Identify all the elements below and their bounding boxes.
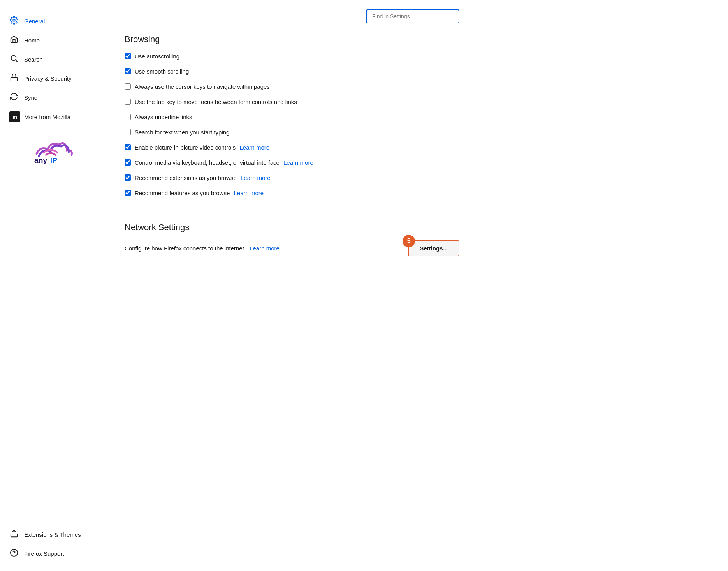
svg-rect-3 <box>11 77 18 81</box>
search-icon <box>9 54 19 65</box>
checkbox-ext-label: Recommend extensions as you browse Learn… <box>135 174 271 182</box>
sidebar-item-privacy-label: Privacy & Security <box>24 75 72 82</box>
checkbox-ext: Recommend extensions as you browse Learn… <box>125 174 459 182</box>
checkbox-pip: Enable picture-in-picture video controls… <box>125 143 459 152</box>
sidebar-bottom: Extensions & Themes Firefox Support <box>0 520 101 563</box>
sidebar-item-home-label: Home <box>24 37 40 44</box>
svg-text:any: any <box>34 156 47 164</box>
sidebar-top: General Home Search <box>0 12 101 520</box>
sidebar-item-mozilla-label: More from Mozilla <box>24 114 70 120</box>
checkbox-searchtype-label: Search for text when you start typing <box>135 128 229 136</box>
sidebar-item-extensions[interactable]: Extensions & Themes <box>0 525 101 544</box>
checkbox-cursor: Always use the cursor keys to navigate w… <box>125 83 459 91</box>
sidebar-item-search-label: Search <box>24 56 43 63</box>
checkbox-smooth-input[interactable] <box>125 68 131 74</box>
checkbox-tabkey: Use the tab key to move focus between fo… <box>125 98 459 106</box>
lock-icon <box>9 73 19 84</box>
search-bar-row <box>125 9 459 23</box>
mozilla-icon: m <box>9 111 19 122</box>
svg-text:IP: IP <box>50 156 57 164</box>
sidebar-item-mozilla[interactable]: m More from Mozilla <box>0 107 101 127</box>
checkbox-features-input[interactable] <box>125 190 131 196</box>
anyip-logo: any IP <box>0 127 101 175</box>
sidebar: General Home Search <box>0 0 101 571</box>
checkbox-pip-input[interactable] <box>125 144 131 150</box>
sidebar-item-support[interactable]: Firefox Support <box>0 544 101 563</box>
checkbox-ext-input[interactable] <box>125 174 131 181</box>
browsing-section: Browsing Use autoscrolling Use smooth sc… <box>125 34 459 197</box>
ext-learn-more-link[interactable]: Learn more <box>241 174 271 181</box>
checkbox-features-label: Recommend features as you browse Learn m… <box>135 189 264 197</box>
checkbox-searchtype-input[interactable] <box>125 129 131 135</box>
network-learn-more-link[interactable]: Learn more <box>250 245 280 252</box>
network-settings-row: Configure how Firefox connects to the in… <box>125 240 459 256</box>
checkbox-tabkey-label: Use the tab key to move focus between fo… <box>135 98 297 106</box>
extensions-icon <box>9 529 19 540</box>
sidebar-item-sync[interactable]: Sync <box>0 88 101 107</box>
network-description: Configure how Firefox connects to the in… <box>125 245 280 252</box>
checkbox-pip-label: Enable picture-in-picture video controls… <box>135 143 269 152</box>
settings-button-wrapper: 5 Settings... <box>408 240 459 256</box>
media-learn-more-link[interactable]: Learn more <box>283 159 313 166</box>
checkbox-searchtype: Search for text when you start typing <box>125 128 459 136</box>
network-settings-button[interactable]: Settings... <box>408 240 459 256</box>
checkbox-smooth-label: Use smooth scrolling <box>135 67 189 76</box>
sidebar-item-support-label: Firefox Support <box>24 550 64 557</box>
checkbox-cursor-input[interactable] <box>125 83 131 90</box>
network-title: Network Settings <box>125 222 459 233</box>
svg-point-1 <box>11 56 16 61</box>
checkbox-autoscroll-label: Use autoscrolling <box>135 52 179 60</box>
main-content: Browsing Use autoscrolling Use smooth sc… <box>101 0 483 571</box>
checkbox-features: Recommend features as you browse Learn m… <box>125 189 459 197</box>
svg-line-2 <box>16 60 17 62</box>
checkbox-underline: Always underline links <box>125 113 459 121</box>
checkbox-media-label: Control media via keyboard, headset, or … <box>135 159 313 167</box>
checkbox-underline-label: Always underline links <box>135 113 192 121</box>
sidebar-item-sync-label: Sync <box>24 94 37 101</box>
svg-point-0 <box>13 19 15 21</box>
network-section: Network Settings Configure how Firefox c… <box>125 222 459 256</box>
section-divider <box>125 210 459 210</box>
sync-icon <box>9 92 19 103</box>
checkbox-autoscroll: Use autoscrolling <box>125 52 459 60</box>
checkbox-media: Control media via keyboard, headset, or … <box>125 159 459 167</box>
sidebar-item-search[interactable]: Search <box>0 50 101 69</box>
sidebar-item-privacy[interactable]: Privacy & Security <box>0 69 101 88</box>
sidebar-item-general-label: General <box>24 18 45 25</box>
home-icon <box>9 35 19 46</box>
sidebar-item-home[interactable]: Home <box>0 31 101 50</box>
sidebar-item-general[interactable]: General <box>0 12 101 31</box>
sidebar-item-extensions-label: Extensions & Themes <box>24 531 81 538</box>
browsing-title: Browsing <box>125 34 459 44</box>
checkbox-autoscroll-input[interactable] <box>125 53 131 59</box>
help-icon <box>9 548 19 559</box>
pip-learn-more-link[interactable]: Learn more <box>239 144 269 151</box>
checkbox-smooth: Use smooth scrolling <box>125 67 459 76</box>
gear-icon <box>9 16 19 26</box>
settings-search-input[interactable] <box>366 9 459 23</box>
features-learn-more-link[interactable]: Learn more <box>234 190 264 196</box>
checkbox-media-input[interactable] <box>125 159 131 166</box>
checkbox-tabkey-input[interactable] <box>125 99 131 105</box>
checkbox-underline-input[interactable] <box>125 114 131 120</box>
checkbox-cursor-label: Always use the cursor keys to navigate w… <box>135 83 270 91</box>
